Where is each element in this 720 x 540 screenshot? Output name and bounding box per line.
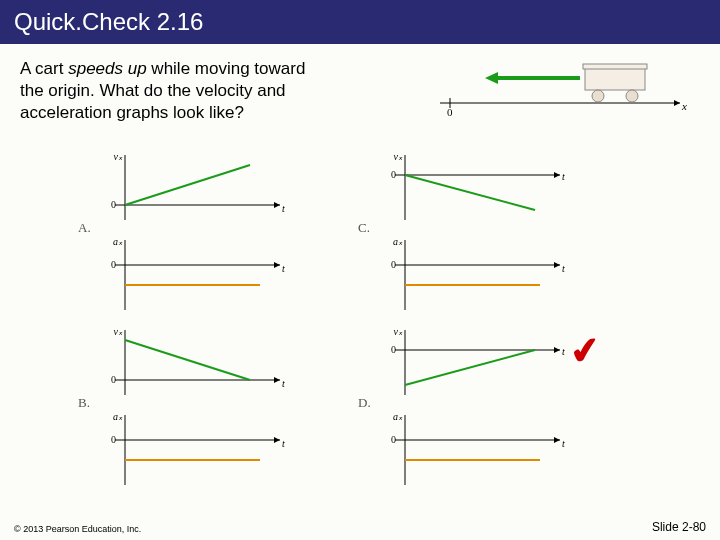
- correct-checkmark-icon: ✔: [567, 328, 603, 374]
- svg-line-15: [125, 165, 250, 205]
- question-text: A cart speeds up while moving toward the…: [20, 58, 400, 124]
- svg-text:t: t: [562, 263, 565, 274]
- option-d-graphs: 0 vₓ t 0 aₓ t: [380, 325, 590, 490]
- svg-text:vₓ: vₓ: [394, 326, 403, 337]
- svg-rect-5: [585, 66, 645, 90]
- option-b-label: B.: [78, 395, 90, 411]
- svg-text:t: t: [282, 263, 285, 274]
- svg-marker-60: [554, 437, 560, 443]
- svg-point-7: [592, 90, 604, 102]
- svg-text:t: t: [562, 438, 565, 449]
- copyright-text: © 2013 Pearson Education, Inc.: [14, 524, 141, 534]
- option-d-label: D.: [358, 395, 371, 411]
- q-l3: acceleration graphs look like?: [20, 103, 244, 122]
- svg-marker-46: [274, 437, 280, 443]
- svg-marker-11: [274, 202, 280, 208]
- svg-text:t: t: [562, 171, 565, 182]
- svg-text:t: t: [282, 203, 285, 214]
- option-c: C. 0 vₓ t 0 aₓ t: [380, 150, 590, 315]
- svg-marker-18: [274, 262, 280, 268]
- svg-line-43: [125, 340, 250, 380]
- slide-number: Slide 2-80: [652, 520, 706, 534]
- svg-text:0: 0: [391, 169, 396, 180]
- option-d: D. 0 vₓ t 0 aₓ t: [380, 325, 590, 490]
- svg-marker-4: [485, 72, 498, 84]
- svg-text:0: 0: [111, 199, 116, 210]
- content-area: A cart speeds up while moving toward the…: [0, 44, 720, 124]
- svg-text:0: 0: [391, 434, 396, 445]
- svg-text:aₓ: aₓ: [393, 411, 403, 422]
- svg-text:vₓ: vₓ: [114, 151, 123, 162]
- option-a-label: A.: [78, 220, 91, 236]
- svg-text:aₓ: aₓ: [113, 411, 123, 422]
- svg-marker-25: [554, 172, 560, 178]
- svg-text:t: t: [562, 346, 565, 357]
- q-l1-post: while moving toward: [147, 59, 306, 78]
- option-a: A. 0 vₓ t 0 aₓ t: [100, 150, 310, 315]
- origin-label: 0: [447, 106, 453, 118]
- option-c-label: C.: [358, 220, 370, 236]
- svg-text:vₓ: vₓ: [114, 326, 123, 337]
- svg-text:t: t: [282, 378, 285, 389]
- svg-text:t: t: [282, 438, 285, 449]
- cart-diagram: 0 x: [430, 58, 690, 118]
- svg-marker-1: [674, 100, 680, 106]
- q-l2: the origin. What do the velocity and: [20, 81, 286, 100]
- q-l1-em: speeds up: [68, 59, 146, 78]
- svg-line-29: [405, 175, 535, 210]
- svg-text:0: 0: [111, 434, 116, 445]
- svg-text:aₓ: aₓ: [393, 236, 403, 247]
- svg-marker-39: [274, 377, 280, 383]
- option-a-graphs: 0 vₓ t 0 aₓ t: [100, 150, 310, 315]
- svg-text:0: 0: [111, 259, 116, 270]
- option-c-graphs: 0 vₓ t 0 aₓ t: [380, 150, 590, 315]
- svg-point-8: [626, 90, 638, 102]
- svg-rect-6: [583, 64, 647, 69]
- options-grid: A. 0 vₓ t 0 aₓ t C. 0 vₓ: [100, 150, 620, 490]
- svg-text:0: 0: [391, 344, 396, 355]
- svg-text:0: 0: [391, 259, 396, 270]
- option-b-graphs: 0 vₓ t 0 aₓ t: [100, 325, 310, 490]
- svg-line-57: [405, 350, 535, 385]
- svg-text:0: 0: [111, 374, 116, 385]
- q-l1-pre: A cart: [20, 59, 68, 78]
- svg-text:vₓ: vₓ: [394, 151, 403, 162]
- x-axis-label: x: [681, 100, 687, 112]
- svg-marker-53: [554, 347, 560, 353]
- option-b: B. 0 vₓ t 0 aₓ t: [100, 325, 310, 490]
- svg-text:aₓ: aₓ: [113, 236, 123, 247]
- slide-title: Quick.Check 2.16: [0, 0, 720, 44]
- svg-marker-32: [554, 262, 560, 268]
